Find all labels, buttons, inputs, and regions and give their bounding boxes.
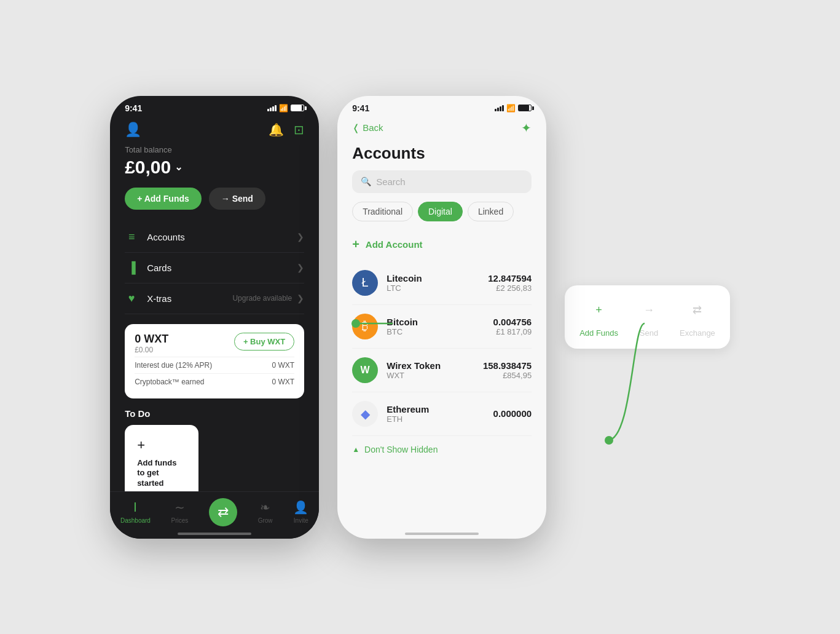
accounts-chevron-icon: ❯ (297, 232, 304, 242)
menu-item-xtras[interactable]: ♥ X-tras Upgrade available ❯ (125, 283, 304, 314)
back-chevron-icon: ❬ (352, 122, 360, 133)
dark-time: 9:41 (125, 103, 142, 113)
wxt-fiat: £854,95 (483, 371, 532, 380)
add-account-button[interactable]: + Add Account (337, 231, 546, 261)
back-label: Back (363, 122, 383, 133)
nav-swap-button[interactable]: ⇄ (209, 498, 237, 526)
scan-icon[interactable]: ⊡ (294, 122, 304, 137)
user-icon[interactable]: 👤 (125, 122, 141, 138)
light-signal-icon (495, 105, 504, 111)
mini-send-icon: → (635, 296, 662, 323)
wxt-name: Wirex Token (387, 360, 483, 371)
wxt-amount: 0 WXT (135, 333, 168, 346)
mini-add-funds-icon: + (586, 296, 613, 323)
btc-values: 0.004756 £1 817,09 (493, 317, 532, 336)
balance-chevron-icon[interactable]: ⌄ (175, 161, 183, 173)
battery-icon (291, 105, 304, 111)
light-nav-bar: ❬ Back ✦ (337, 117, 546, 141)
dark-header: 👤 🔔 ⊡ (110, 117, 319, 145)
dashboard-icon: Ⅰ (133, 500, 137, 515)
tab-linked[interactable]: Linked (468, 202, 514, 221)
search-input[interactable]: Search (376, 176, 406, 187)
btc-name: Bitcoin (387, 317, 493, 327)
wifi-icon: 📶 (279, 104, 288, 113)
eth-info: Ethereum ETH (387, 404, 493, 424)
balance-amount: £0,00 ⌄ (125, 157, 304, 178)
menu-item-cards[interactable]: ▐ Cards ❯ (125, 253, 304, 283)
light-phone: 9:41 📶 ❬ Back ✦ Accounts 🔍 Search (337, 96, 546, 539)
swap-icon: ⇄ (218, 504, 229, 520)
ltc-info: Litecoin LTC (387, 273, 488, 293)
upgrade-badge: Upgrade available (232, 294, 292, 303)
eth-symbol: ETH (387, 414, 493, 424)
add-account-plus-icon: + (352, 237, 359, 252)
add-funds-button[interactable]: + Add Funds (125, 188, 202, 210)
interest-label: Interest due (12% APR) (135, 361, 212, 370)
wxt-logo: W (352, 357, 378, 383)
mini-add-funds[interactable]: + Add Funds (579, 296, 618, 338)
dark-menu: ≡ Accounts ❯ ▐ Cards ❯ ♥ X-tras Upgrade … (110, 222, 319, 314)
wxt-symbol: WXT (387, 371, 483, 380)
send-button[interactable]: → Send (209, 188, 265, 210)
filter-tabs: Traditional Digital Linked (337, 202, 546, 231)
wxt-values: 158.938475 £854,95 (483, 360, 532, 380)
nav-prices[interactable]: ∼ Prices (171, 500, 189, 524)
cards-icon: ▐ (125, 261, 138, 274)
eth-crypto: 0.000000 (493, 408, 532, 419)
account-item-wxt[interactable]: W Wirex Token WXT 158.938475 £854,95 (352, 349, 532, 392)
wxt-card: 0 WXT £0.00 + Buy WXT Interest due (12% … (125, 324, 304, 398)
cryptoback-value: 0 WXT (272, 378, 294, 386)
invite-icon: 👤 (293, 500, 308, 515)
nav-dashboard[interactable]: Ⅰ Dashboard (120, 500, 151, 524)
mini-exchange-icon: ⇄ (684, 296, 711, 323)
search-bar[interactable]: 🔍 Search (352, 170, 532, 193)
interest-value: 0 WXT (272, 361, 294, 370)
triangle-up-icon: ▲ (352, 445, 359, 454)
dont-show-hidden-button[interactable]: ▲ Don't Show Hidden (337, 436, 546, 463)
btc-logo: ₿ (352, 314, 378, 339)
cryptoback-label: Cryptoback™ earned (135, 378, 204, 386)
ltc-crypto: 12.847594 (488, 273, 532, 283)
todo-section: To Do + Add funds to get started (110, 408, 319, 502)
mini-exchange[interactable]: ⇄ Exchange (680, 296, 715, 338)
account-list: Ł Litecoin LTC 12.847594 £2 256,83 ₿ Bit… (337, 261, 546, 436)
back-button[interactable]: ❬ Back (352, 122, 383, 133)
account-item-ltc[interactable]: Ł Litecoin LTC 12.847594 £2 256,83 (352, 261, 532, 305)
mini-send-label: Send (640, 328, 658, 338)
account-item-eth[interactable]: ◆ Ethereum ETH 0.000000 (352, 392, 532, 436)
wxt-cryptoback-row: Cryptoback™ earned 0 WXT (135, 373, 294, 390)
action-buttons: + Add Funds → Send (110, 188, 319, 222)
ltc-logo: Ł (352, 270, 378, 296)
tab-traditional[interactable]: Traditional (352, 202, 413, 221)
ltc-name: Litecoin (387, 273, 488, 283)
xtras-chevron-icon: ❯ (297, 293, 304, 303)
dont-show-label: Don't Show Hidden (364, 445, 438, 454)
home-bar (178, 533, 251, 535)
btc-fiat: £1 817,09 (493, 327, 532, 336)
signal-icon (267, 105, 277, 111)
menu-item-accounts[interactable]: ≡ Accounts ❯ (125, 222, 304, 253)
mini-action-card: + Add Funds → Send ⇄ Exchange (565, 285, 730, 349)
tab-digital[interactable]: Digital (418, 202, 463, 221)
mini-send[interactable]: → Send (635, 296, 662, 338)
search-icon: 🔍 (361, 176, 371, 186)
account-item-btc[interactable]: ₿ Bitcoin BTC 0.004756 £1 817,09 (352, 305, 532, 349)
light-time: 9:41 (352, 103, 369, 113)
todo-plus-icon: + (137, 437, 145, 453)
todo-card[interactable]: + Add funds to get started (125, 425, 198, 502)
eth-values: 0.000000 (493, 408, 532, 419)
accounts-icon: ≡ (125, 231, 138, 244)
cards-chevron-icon: ❯ (297, 263, 304, 272)
eth-name: Ethereum (387, 404, 493, 414)
accounts-title: Accounts (337, 141, 546, 170)
nav-grow[interactable]: ❧ Grow (258, 500, 273, 524)
light-wifi-icon: 📶 (506, 104, 516, 113)
settings-icon[interactable]: ✦ (521, 121, 532, 135)
light-home-bar (405, 533, 479, 535)
todo-label: To Do (125, 408, 304, 419)
todo-text: Add funds to get started (137, 458, 186, 489)
notification-icon[interactable]: 🔔 (269, 122, 284, 137)
light-status-bar: 9:41 📶 (337, 96, 546, 117)
buy-wxt-button[interactable]: + Buy WXT (234, 333, 294, 351)
nav-invite[interactable]: 👤 Invite (293, 500, 308, 524)
